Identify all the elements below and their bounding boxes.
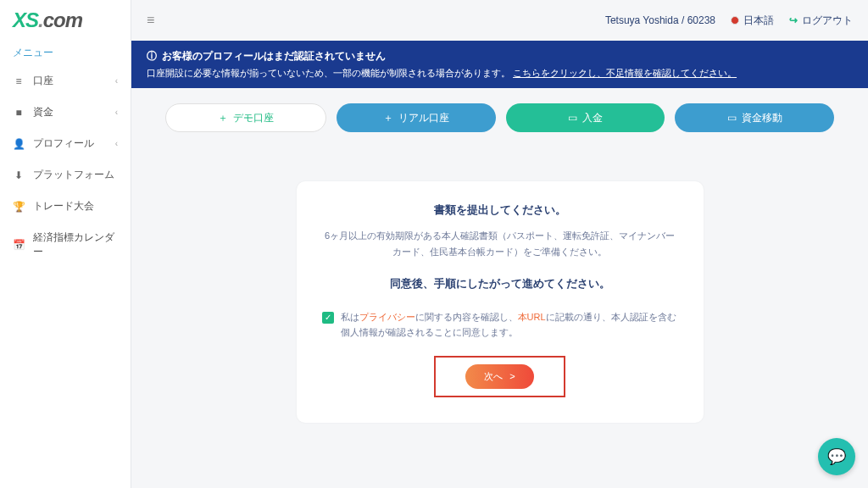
trophy-icon: 🏆 bbox=[13, 201, 25, 213]
flag-jp-icon bbox=[731, 16, 739, 25]
plus-icon: ＋ bbox=[383, 111, 393, 125]
sidebar-item-label: 資金 bbox=[33, 105, 53, 119]
deposit-label: 入金 bbox=[582, 111, 603, 125]
plus-icon: ＋ bbox=[218, 111, 228, 125]
transfer-button[interactable]: ▭ 資金移動 bbox=[675, 103, 834, 132]
verification-card: 書類を提出してください。 6ヶ月以上の有効期限がある本人確認書類（パスポート、運… bbox=[297, 181, 704, 423]
menu-toggle-icon[interactable]: ≡ bbox=[147, 13, 154, 28]
list-icon: ≡ bbox=[13, 75, 25, 87]
sidebar: XS.com メニュー ≡ 口座 ‹ ■ 資金 ‹ 👤 プロフィール ‹ ⬇ プ… bbox=[0, 0, 131, 488]
sidebar-item-profile[interactable]: 👤 プロフィール ‹ bbox=[0, 128, 131, 159]
calendar-icon: 📅 bbox=[13, 239, 25, 251]
chevron-right-icon: > bbox=[509, 371, 515, 381]
language-label: 日本語 bbox=[743, 14, 774, 28]
sidebar-item-label: トレード大会 bbox=[33, 199, 94, 214]
sidebar-item-contest[interactable]: 🏆 トレード大会 bbox=[0, 191, 131, 222]
transfer-label: 資金移動 bbox=[742, 111, 782, 125]
sidebar-item-label: 経済指標カレンダー bbox=[33, 230, 118, 259]
menu-title: メニュー bbox=[0, 39, 131, 65]
deposit-button[interactable]: ▭ 入金 bbox=[506, 103, 665, 132]
logout-link[interactable]: ↪ ログアウト bbox=[789, 14, 853, 28]
info-icon: ⓘ bbox=[147, 49, 157, 64]
chat-icon: 💬 bbox=[827, 447, 846, 466]
topbar: ≡ Tetsuya Yoshida / 60238 日本語 ↪ ログアウト bbox=[131, 0, 868, 41]
sidebar-item-account[interactable]: ≡ 口座 ‹ bbox=[0, 65, 131, 97]
verification-alert: ⓘ お客様のプロフィールはまだ認証されていません 口座開設に必要な情報が揃ってい… bbox=[131, 41, 868, 88]
real-label: リアル口座 bbox=[398, 111, 449, 125]
download-icon: ⬇ bbox=[13, 169, 25, 181]
privacy-link[interactable]: プライバシー bbox=[359, 312, 415, 322]
next-label: 次へ bbox=[484, 370, 503, 383]
card-subtitle: 同意後、手順にしたがって進めてください。 bbox=[322, 276, 678, 291]
logout-icon: ↪ bbox=[789, 14, 798, 26]
wallet-icon: ■ bbox=[13, 107, 25, 119]
demo-label: デモ口座 bbox=[233, 111, 274, 125]
logout-label: ログアウト bbox=[802, 14, 853, 28]
url-link[interactable]: 本URL bbox=[518, 312, 546, 322]
alert-message-text: 口座開設に必要な情報が揃っていないため、一部の機能が制限される場合があります。 bbox=[147, 68, 510, 78]
logo-xs: XS bbox=[13, 8, 38, 31]
card-icon: ▭ bbox=[727, 112, 737, 124]
sidebar-item-label: プロフィール bbox=[33, 136, 94, 151]
chevron-left-icon: ‹ bbox=[115, 76, 118, 86]
user-icon: 👤 bbox=[13, 138, 25, 150]
brand-logo[interactable]: XS.com bbox=[0, 0, 131, 39]
chevron-left-icon: ‹ bbox=[115, 108, 118, 117]
alert-link[interactable]: こちらをクリックし、不足情報を確認してください。 bbox=[513, 68, 737, 78]
sidebar-item-calendar[interactable]: 📅 経済指標カレンダー bbox=[0, 222, 131, 268]
sidebar-item-platform[interactable]: ⬇ プラットフォーム bbox=[0, 159, 131, 191]
next-button[interactable]: 次へ > bbox=[465, 364, 533, 389]
card-title: 書類を提出してください。 bbox=[322, 202, 678, 218]
language-switch[interactable]: 日本語 bbox=[731, 14, 774, 28]
action-buttons: ＋ デモ口座 ＋ リアル口座 ▭ 入金 ▭ 資金移動 bbox=[131, 88, 868, 147]
consent-row: ✓ 私はプライバシーに関する内容を確認し、本URLに記載の通り、本人認証を含む個… bbox=[322, 310, 678, 340]
card-icon: ▭ bbox=[568, 112, 577, 124]
sidebar-item-label: 口座 bbox=[33, 74, 53, 88]
real-account-button[interactable]: ＋ リアル口座 bbox=[337, 103, 496, 132]
sidebar-item-label: プラットフォーム bbox=[33, 168, 114, 182]
logo-com: com bbox=[43, 8, 82, 31]
demo-account-button[interactable]: ＋ デモ口座 bbox=[165, 103, 326, 132]
main-content: ≡ Tetsuya Yoshida / 60238 日本語 ↪ ログアウト ⓘ … bbox=[131, 0, 868, 488]
consent-checkbox[interactable]: ✓ bbox=[322, 312, 334, 324]
alert-title-text: お客様のプロフィールはまだ認証されていません bbox=[162, 49, 386, 64]
chat-fab[interactable]: 💬 bbox=[818, 438, 855, 475]
consent-text: 私はプライバシーに関する内容を確認し、本URLに記載の通り、本人認証を含む個人情… bbox=[341, 310, 678, 340]
sidebar-item-funds[interactable]: ■ 資金 ‹ bbox=[0, 97, 131, 128]
chevron-left-icon: ‹ bbox=[115, 139, 118, 148]
card-description: 6ヶ月以上の有効期限がある本人確認書類（パスポート、運転免許証、マイナンバーカー… bbox=[322, 228, 678, 259]
next-highlight-box: 次へ > bbox=[434, 356, 565, 397]
user-display[interactable]: Tetsuya Yoshida / 60238 bbox=[605, 14, 715, 26]
